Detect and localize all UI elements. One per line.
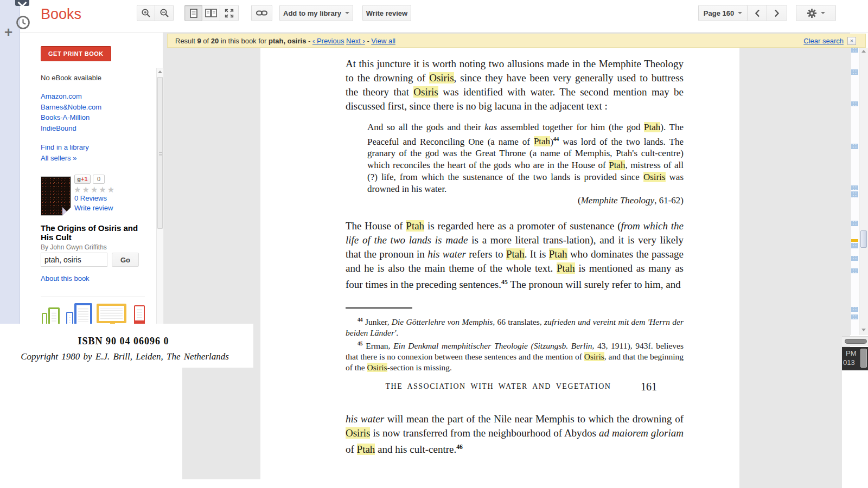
book-cover-thumbnail[interactable] bbox=[41, 176, 71, 216]
device-tablet-green-icon bbox=[48, 307, 60, 326]
fullscreen-button[interactable] bbox=[220, 5, 239, 21]
link-icon bbox=[256, 10, 267, 16]
get-print-book-button[interactable]: GET PRINT BOOK bbox=[41, 46, 111, 61]
reviews-link[interactable]: 0 Reviews bbox=[74, 194, 107, 202]
scroll-up-icon[interactable] bbox=[861, 50, 866, 53]
zoom-out-button[interactable] bbox=[155, 5, 174, 21]
all-sellers-link[interactable]: All sellers » bbox=[41, 154, 76, 162]
view-all-link[interactable]: View all bbox=[371, 37, 395, 45]
page-snippet-overlay-body bbox=[0, 368, 182, 488]
footnote-44: 44 Junker, Die Götterlehre von Memphis, … bbox=[346, 314, 684, 338]
add-to-library-button[interactable]: Add to my library bbox=[279, 5, 353, 21]
scroll-up-icon[interactable] bbox=[158, 70, 162, 73]
search-result-bar: Result 9 of 20 in this book for ptah, os… bbox=[167, 34, 866, 48]
divider bbox=[41, 297, 145, 297]
result-marker[interactable] bbox=[851, 314, 858, 319]
popup-line-1: PM bbox=[846, 349, 857, 357]
result-marker[interactable] bbox=[851, 69, 858, 75]
horizontal-scrollbar-thumb[interactable] bbox=[845, 339, 867, 344]
buy-link-booksamillion[interactable]: Books-A-Million bbox=[41, 113, 90, 121]
result-marker[interactable] bbox=[851, 243, 858, 248]
plus-one-button[interactable]: g+1 bbox=[74, 175, 91, 184]
result-marker[interactable] bbox=[851, 144, 858, 149]
sidebar-scrollbar[interactable] bbox=[156, 68, 164, 335]
main-scrollbar-thumb[interactable] bbox=[860, 230, 867, 248]
popup-line-2: 013 bbox=[843, 358, 855, 367]
quote-attribution: (Memphite Theology, 61-62) bbox=[367, 195, 684, 207]
link-button[interactable] bbox=[251, 5, 272, 21]
block-quote: And so all the gods and their kas assemb… bbox=[367, 121, 684, 195]
bottom-right-panel bbox=[842, 370, 868, 488]
top-toolbar: Books Add to my library Write review Pag… bbox=[20, 0, 868, 33]
single-page-view-button[interactable] bbox=[184, 5, 202, 21]
two-page-icon bbox=[205, 9, 217, 17]
result-marker[interactable] bbox=[851, 101, 858, 106]
two-page-view-button[interactable] bbox=[202, 5, 220, 21]
page-snippet-overlay: ISBN 90 04 06096 0 Copyright 1980 by E.J… bbox=[0, 324, 253, 368]
envelope-icon[interactable] bbox=[15, 0, 29, 6]
buy-link-barnesnoble[interactable]: Barnes&Noble.com bbox=[41, 103, 101, 111]
datetime-popup: PM 013 bbox=[842, 347, 868, 370]
clock-icon[interactable] bbox=[16, 15, 30, 30]
page-paragraph: At this juncture it is worth noting two … bbox=[346, 57, 684, 113]
next-result-link[interactable]: Next › bbox=[346, 37, 365, 45]
horizontal-scrollbar[interactable] bbox=[842, 336, 868, 346]
chevron-down-icon bbox=[821, 12, 825, 14]
go-button[interactable]: Go bbox=[112, 253, 139, 267]
zoom-in-button[interactable] bbox=[137, 5, 155, 21]
page-select-label: Page 160 bbox=[704, 9, 734, 17]
result-marker[interactable] bbox=[851, 185, 858, 190]
chevron-down-icon bbox=[345, 12, 349, 14]
sidebar-scrollbar-thumb[interactable] bbox=[157, 77, 163, 229]
close-icon[interactable]: × bbox=[847, 37, 856, 45]
plus-one-label: +1 bbox=[81, 176, 88, 182]
rating-stars[interactable]: ★★★★★ bbox=[74, 185, 116, 195]
search-result-text: Result 9 of 20 in this book for ptah, os… bbox=[175, 37, 395, 45]
previous-result-link[interactable]: ‹ Previous bbox=[312, 37, 344, 45]
write-review-link[interactable]: Write review bbox=[74, 204, 113, 212]
page-number: 161 bbox=[641, 381, 657, 393]
device-tablet-blue-icon bbox=[74, 303, 92, 326]
gear-icon bbox=[807, 8, 817, 18]
device-ereader-red-icon bbox=[134, 305, 145, 325]
book-author: By John Gwyn Griffiths bbox=[41, 243, 107, 251]
page-select-dropdown[interactable]: Page 160 bbox=[698, 5, 748, 21]
chevron-down-icon bbox=[738, 12, 742, 14]
search-marker-strip bbox=[850, 48, 859, 335]
next-page-button[interactable] bbox=[767, 5, 787, 21]
buy-link-amazon[interactable]: Amazon.com bbox=[41, 92, 82, 100]
copyright-text: Copyright 1980 by E.J. Brill, Leiden, Th… bbox=[0, 351, 250, 362]
popup-scrollbar-thumb bbox=[860, 349, 867, 368]
chevron-left-icon bbox=[755, 9, 760, 17]
books-logo[interactable]: Books bbox=[41, 6, 81, 23]
book-title: The Origins of Osiris and His Cult bbox=[41, 223, 152, 242]
plus-one-count: 0 bbox=[93, 175, 105, 184]
zoom-in-icon bbox=[141, 8, 151, 18]
write-review-button[interactable]: Write review bbox=[362, 5, 411, 21]
separator: - bbox=[365, 37, 372, 45]
plus-icon[interactable]: + bbox=[4, 27, 15, 38]
scroll-down-icon[interactable] bbox=[861, 329, 866, 331]
isbn-text: ISBN 90 04 06096 0 bbox=[0, 336, 247, 347]
zoom-out-icon bbox=[159, 8, 169, 18]
single-page-icon bbox=[190, 9, 197, 18]
previous-page-button[interactable] bbox=[747, 5, 767, 21]
main-scrollbar[interactable] bbox=[859, 48, 868, 335]
find-in-library-link[interactable]: Find in a library bbox=[41, 143, 89, 151]
result-marker[interactable] bbox=[851, 191, 858, 197]
footnote-45: 45 Erman, Ein Denkmal memphitischer Theo… bbox=[346, 338, 684, 373]
result-marker[interactable] bbox=[851, 48, 858, 53]
no-ebook-label: No eBook available bbox=[41, 74, 101, 82]
add-to-library-label: Add to my library bbox=[283, 9, 341, 17]
running-head: THE ASSOCIATION WITH WATER AND VEGETATIO… bbox=[346, 382, 684, 395]
result-marker[interactable] bbox=[851, 307, 858, 312]
buy-link-indiebound[interactable]: IndieBound bbox=[41, 124, 76, 132]
current-result-marker[interactable] bbox=[851, 239, 858, 242]
result-marker[interactable] bbox=[851, 268, 858, 273]
result-marker[interactable] bbox=[851, 221, 858, 226]
about-this-book-link[interactable]: About this book bbox=[41, 274, 90, 282]
clear-search-link[interactable]: Clear search bbox=[803, 37, 844, 45]
settings-button[interactable] bbox=[796, 5, 836, 21]
search-in-book-input[interactable] bbox=[41, 253, 107, 267]
result-marker[interactable] bbox=[851, 256, 858, 261]
